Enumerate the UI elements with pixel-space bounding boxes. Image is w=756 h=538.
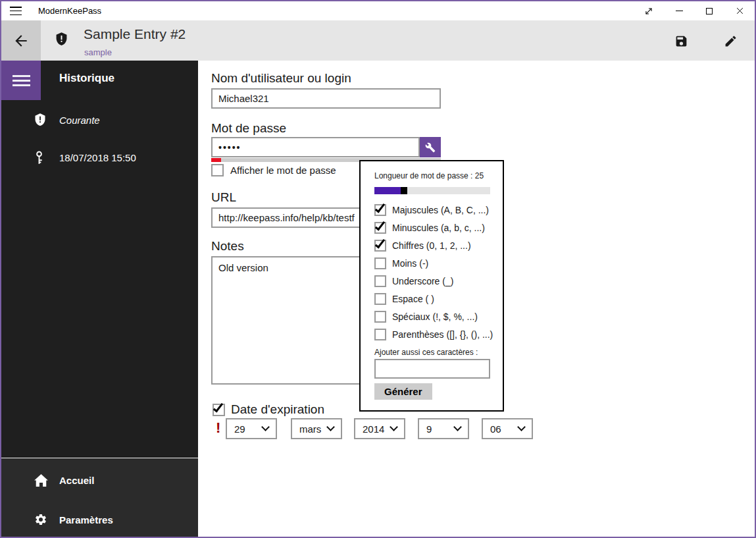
checkmark-icon [375,220,385,231]
back-icon [13,32,30,49]
chevron-down-icon [453,423,462,431]
window-controls [634,1,755,20]
checkbox-box[interactable] [374,275,386,287]
additional-chars-label: Ajouter aussi ces caractères : [374,348,478,357]
edit-icon [724,34,738,48]
password-generator-popup: Longueur de mot de passe : 25 Majuscules… [359,160,504,412]
save-button[interactable] [669,30,693,51]
option-label: Moins (-) [392,258,428,269]
day-dropdown[interactable]: 29 [226,418,277,439]
checkbox-box[interactable] [374,257,386,269]
minimize-button[interactable] [664,1,694,20]
sidebar-item-label: Courante [59,115,100,126]
checkbox-box[interactable] [374,240,386,252]
sidebar-heading: Historique [59,72,114,85]
app-window: ModernKeePass Sample Entry #2 sample [0,0,756,538]
checkmark-icon [375,202,385,213]
password-label: Mot de passe [211,121,286,136]
chevron-down-icon [326,423,335,431]
option-underscore[interactable]: Underscore (_) [374,275,453,287]
hour-dropdown[interactable]: 9 [418,418,469,439]
checkbox-box[interactable] [213,404,225,416]
password-length-slider[interactable] [374,187,490,194]
minute-value: 06 [490,423,501,435]
option-label: Underscore (_) [392,276,453,286]
menu-icon [13,75,30,86]
checkbox-box[interactable] [374,204,386,216]
password-length-label: Longueur de mot de passe : 25 [374,171,484,180]
minimize-icon [676,11,683,11]
option-special[interactable]: Spéciaux (!, $, %, ...) [374,311,478,323]
option-brackets[interactable]: Parenthèses ([], {}, (), ...) [374,329,493,340]
generate-password-button[interactable] [420,137,441,157]
edit-button[interactable] [718,30,742,51]
maximize-button[interactable] [694,1,724,20]
username-input[interactable] [211,88,441,109]
password-input[interactable] [211,137,420,157]
expand-icon [644,7,653,16]
sidebar-item-settings[interactable]: Paramètres [1,506,198,533]
save-icon [674,34,688,48]
password-strength-fill [211,158,221,162]
option-lowercase[interactable]: Minuscules (a, b, c, ...) [374,222,485,234]
key-icon [34,151,47,165]
sidebar-item-home[interactable]: Accueil [1,467,198,493]
slider-fill [374,187,401,194]
option-digits[interactable]: Chiffres (0, 1, 2, ...) [374,240,471,252]
entry-group: sample [84,47,112,57]
url-label: URL [211,190,236,205]
year-value: 2014 [363,423,384,435]
back-button[interactable] [1,20,41,61]
entry-header: Sample Entry #2 sample [1,20,755,61]
close-button[interactable] [724,1,755,20]
chevron-down-icon [390,423,398,431]
checkbox-box[interactable] [211,164,224,176]
maximize-icon [706,8,713,14]
option-label: Parenthèses ([], {}, (), ...) [392,329,493,340]
warning-icon: ! [216,419,220,437]
app-title: ModernKeePass [38,6,101,16]
expiration-label: Date d'expiration [231,402,324,417]
day-value: 29 [234,423,245,435]
gear-icon [34,513,49,526]
show-password-label: Afficher le mot de passe [230,165,336,176]
wrench-icon [425,142,436,153]
year-dropdown[interactable]: 2014 [354,418,405,439]
home-icon [34,474,49,487]
option-space[interactable]: Espace ( ) [374,293,434,305]
entry-title: Sample Entry #2 [84,26,186,42]
option-uppercase[interactable]: Majuscules (A, B, C, ...) [374,204,489,216]
additional-chars-input[interactable] [374,359,490,379]
hour-value: 9 [426,423,432,435]
slider-thumb[interactable] [401,187,407,194]
option-label: Spéciaux (!, $, %, ...) [392,311,478,322]
shield-icon [55,32,68,46]
close-icon [736,7,744,15]
option-label: Espace ( ) [392,294,434,304]
minute-dropdown[interactable]: 06 [482,418,533,439]
sidebar-item-history-entry[interactable]: 18/07/2018 15:50 [1,146,198,169]
menu-icon[interactable] [10,7,22,15]
notes-label: Notes [211,239,244,254]
sidebar-footer: Accueil Paramètres [1,458,198,537]
checkbox-box[interactable] [374,311,386,323]
checkbox-box[interactable] [374,329,386,340]
generate-button[interactable]: Générer [374,383,432,400]
sidebar: Historique Courante 18/07/2018 15:50 Acc… [1,61,198,537]
expand-button[interactable] [634,1,664,20]
nav-hamburger-button[interactable] [1,61,41,100]
entry-form: Nom d'utilisateur ou login Mot de passe … [198,61,755,537]
sidebar-item-current[interactable]: Courante [1,108,198,132]
month-dropdown[interactable]: mars [291,418,342,439]
option-minus[interactable]: Moins (-) [374,257,428,269]
checkmark-icon [213,401,223,412]
sidebar-item-label: Accueil [59,475,94,486]
titlebar: ModernKeePass [1,1,755,20]
checkmark-icon [375,238,385,249]
checkbox-box[interactable] [374,222,386,234]
expiration-checkbox[interactable]: Date d'expiration [213,402,324,417]
show-password-checkbox[interactable]: Afficher le mot de passe [211,164,336,176]
sidebar-item-label: 18/07/2018 15:50 [59,152,136,163]
username-label: Nom d'utilisateur ou login [211,71,351,86]
checkbox-box[interactable] [374,293,386,305]
